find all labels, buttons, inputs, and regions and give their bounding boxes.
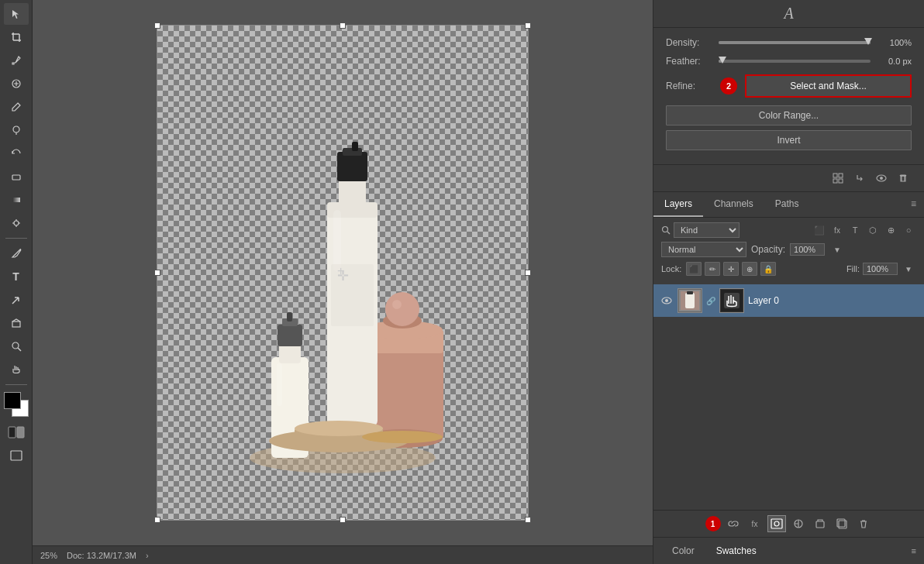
opacity-arrow-icon[interactable]: ▼	[829, 242, 845, 257]
fill-input[interactable]	[863, 263, 898, 275]
visibility-icon[interactable]	[873, 170, 890, 187]
feather-slider-container	[719, 60, 871, 63]
tab-swatches[interactable]: Swatches	[705, 542, 767, 560]
feather-thumb[interactable]	[719, 57, 726, 64]
text-filter-icon[interactable]: T	[847, 222, 863, 238]
svg-rect-24	[333, 210, 341, 272]
group-layers-button[interactable]	[811, 515, 829, 532]
lock-all-icon[interactable]: 🔒	[760, 262, 776, 276]
tab-color[interactable]: Color	[661, 542, 705, 560]
tool-select[interactable]	[4, 3, 29, 25]
tool-heal[interactable]	[4, 73, 29, 95]
new-layer-button[interactable]	[833, 515, 851, 532]
tab-channels[interactable]: Channels	[703, 192, 764, 217]
tab-layers[interactable]: Layers	[653, 192, 703, 217]
feather-label: Feather:	[666, 56, 712, 67]
layer-list: 🔗 Layer 0	[653, 284, 924, 510]
layer-visibility-toggle[interactable]	[660, 294, 674, 308]
sel-handle-tl[interactable]	[154, 22, 160, 29]
sel-handle-tm[interactable]	[340, 22, 346, 29]
sel-handle-br[interactable]	[525, 517, 531, 523]
circle-filter-icon[interactable]: ○	[901, 222, 916, 238]
tool-gradient[interactable]	[4, 189, 29, 211]
svg-rect-9	[11, 451, 22, 460]
canvas-container: ✛	[157, 25, 529, 521]
delete-icon[interactable]	[895, 170, 912, 187]
svg-point-43	[663, 227, 668, 232]
tool-arrow[interactable]	[4, 289, 29, 311]
kind-row: Kind Name ⬛ fx T ⬡ ⊕ ○	[661, 222, 916, 238]
select-mask-button[interactable]: Select and Mask...	[745, 74, 912, 98]
feather-row: Feather: 0.0 px	[666, 56, 912, 67]
lock-pixels-icon[interactable]: ⬛	[686, 262, 702, 276]
sel-handle-bm[interactable]	[340, 517, 346, 523]
bottom-panel-menu[interactable]: ≡	[912, 546, 916, 555]
tool-screen-mode[interactable]	[4, 445, 29, 466]
delete-layer-button[interactable]	[854, 515, 873, 532]
refine-label: Refine:	[666, 81, 712, 91]
add-mask-button[interactable]	[767, 515, 786, 532]
svg-point-53	[774, 521, 779, 526]
feather-slider-row	[719, 60, 871, 63]
fx-filter-icon[interactable]: fx	[829, 222, 845, 238]
svg-rect-2	[12, 175, 20, 180]
lock-row: Lock: ⬛ ✏ ✛ ⊕ 🔒 Fill: ▼	[661, 261, 916, 277]
layer-mask-thumbnail	[719, 288, 744, 313]
fill-arrow-icon[interactable]: ▼	[901, 261, 916, 277]
main-area: ✛ 25% Doc: 13.2M/17.3M ›	[33, 0, 653, 564]
a-icon[interactable]: A	[653, 0, 924, 28]
tool-dodge[interactable]	[4, 212, 29, 234]
svg-rect-20	[339, 179, 366, 210]
tool-text[interactable]: T	[4, 266, 29, 287]
layer-item[interactable]: 🔗 Layer 0	[653, 284, 924, 317]
merge-icon[interactable]	[851, 170, 868, 187]
tool-eyedropper[interactable]	[4, 50, 29, 71]
foreground-color[interactable]	[4, 392, 21, 409]
color-range-button[interactable]: Color Range...	[666, 105, 912, 126]
smart-filter-icon[interactable]: ⊕	[883, 222, 898, 238]
tool-clone[interactable]	[4, 119, 29, 141]
adjustment-button[interactable]	[789, 515, 808, 532]
layers-menu-button[interactable]: ≡	[903, 192, 924, 217]
canvas-area[interactable]: ✛	[33, 0, 653, 545]
color-box[interactable]	[4, 392, 29, 417]
bottom-section: 1 fx	[653, 510, 924, 564]
icons-row	[653, 165, 924, 192]
sel-handle-ml[interactable]	[154, 270, 160, 276]
lock-paint-icon[interactable]: ✏	[705, 262, 720, 276]
lock-artboard-icon[interactable]: ⊕	[742, 262, 757, 276]
tool-crop[interactable]	[4, 26, 29, 48]
opacity-input[interactable]	[790, 243, 825, 256]
density-slider-container	[719, 41, 871, 44]
fx-button[interactable]: fx	[746, 515, 764, 532]
sel-handle-bl[interactable]	[154, 517, 160, 523]
status-bar: 25% Doc: 13.2M/17.3M ›	[33, 545, 653, 564]
kind-select[interactable]: Kind Name	[674, 222, 740, 238]
sel-handle-tr[interactable]	[525, 22, 531, 29]
tool-quick-mask[interactable]	[4, 421, 29, 443]
tool-shape[interactable]	[4, 312, 29, 334]
tool-eraser[interactable]	[4, 166, 29, 187]
tab-paths[interactable]: Paths	[764, 192, 810, 217]
invert-button[interactable]: Invert	[666, 130, 912, 150]
svg-point-4	[14, 221, 19, 225]
tool-pen[interactable]	[4, 242, 29, 264]
lock-move-icon[interactable]: ✛	[723, 262, 739, 276]
refine-badge: 2	[720, 77, 737, 95]
density-track[interactable]	[719, 41, 871, 44]
density-value: 100%	[877, 38, 912, 47]
tool-zoom[interactable]	[4, 335, 29, 357]
tool-history-brush[interactable]	[4, 143, 29, 164]
layer-link-icon[interactable]: 🔗	[706, 297, 715, 305]
status-arrow[interactable]: ›	[146, 551, 149, 560]
feather-track[interactable]	[719, 60, 871, 63]
tool-hand[interactable]	[4, 359, 29, 380]
shape-filter-icon[interactable]: ⬡	[865, 222, 881, 238]
pixel-filter-icon[interactable]: ⬛	[812, 222, 827, 238]
grid-icon[interactable]	[829, 170, 846, 187]
tool-brush[interactable]	[4, 96, 29, 118]
density-thumb[interactable]	[864, 38, 872, 45]
sel-handle-mr[interactable]	[525, 270, 531, 276]
link-layers-button[interactable]	[724, 515, 743, 532]
blend-mode-select[interactable]: Normal Dissolve Multiply	[661, 242, 746, 257]
